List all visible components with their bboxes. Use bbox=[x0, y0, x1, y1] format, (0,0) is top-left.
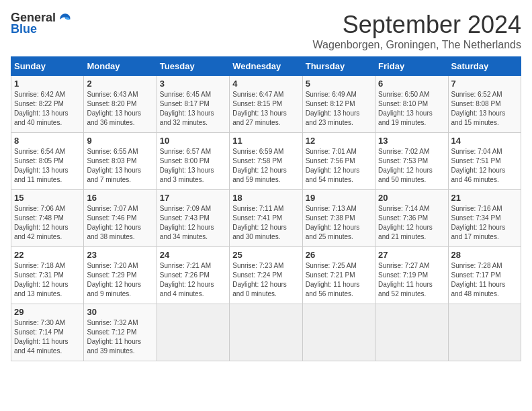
day-info: Sunrise: 7:11 AM Sunset: 7:41 PM Dayligh… bbox=[232, 204, 299, 242]
logo-blue-text: Blue bbox=[11, 22, 37, 36]
day-number: 30 bbox=[87, 307, 153, 317]
calendar-cell: 21Sunrise: 7:16 AM Sunset: 7:34 PM Dayli… bbox=[448, 190, 521, 247]
day-number: 17 bbox=[160, 193, 226, 203]
day-number: 13 bbox=[378, 136, 445, 146]
day-info: Sunrise: 6:55 AM Sunset: 8:03 PM Dayligh… bbox=[87, 147, 153, 185]
day-info: Sunrise: 7:01 AM Sunset: 7:56 PM Dayligh… bbox=[306, 147, 372, 185]
day-number: 1 bbox=[14, 79, 81, 89]
day-number: 11 bbox=[232, 136, 299, 146]
calendar-header-row: SundayMondayTuesdayWednesdayThursdayFrid… bbox=[11, 57, 521, 76]
calendar-header-thursday: Thursday bbox=[302, 57, 375, 76]
calendar-cell: 20Sunrise: 7:14 AM Sunset: 7:36 PM Dayli… bbox=[375, 190, 448, 247]
day-number: 25 bbox=[232, 250, 299, 260]
day-info: Sunrise: 6:57 AM Sunset: 8:00 PM Dayligh… bbox=[160, 147, 226, 185]
page-header: General Blue September 2024 Wagenborgen,… bbox=[11, 11, 521, 51]
day-number: 9 bbox=[87, 136, 153, 146]
day-info: Sunrise: 7:04 AM Sunset: 7:51 PM Dayligh… bbox=[451, 147, 518, 185]
calendar-cell bbox=[448, 304, 521, 361]
day-info: Sunrise: 7:21 AM Sunset: 7:26 PM Dayligh… bbox=[160, 261, 226, 299]
calendar-cell: 25Sunrise: 7:23 AM Sunset: 7:24 PM Dayli… bbox=[230, 247, 302, 304]
day-number: 21 bbox=[451, 193, 518, 203]
day-number: 23 bbox=[87, 250, 153, 260]
day-info: Sunrise: 7:32 AM Sunset: 7:12 PM Dayligh… bbox=[87, 318, 153, 356]
calendar-header-sunday: Sunday bbox=[11, 57, 84, 76]
calendar-week-row: 29Sunrise: 7:30 AM Sunset: 7:14 PM Dayli… bbox=[11, 304, 521, 361]
calendar-cell: 6Sunrise: 6:50 AM Sunset: 8:10 PM Daylig… bbox=[375, 76, 448, 133]
calendar-cell bbox=[157, 304, 229, 361]
day-info: Sunrise: 7:25 AM Sunset: 7:21 PM Dayligh… bbox=[306, 261, 372, 299]
day-info: Sunrise: 6:50 AM Sunset: 8:10 PM Dayligh… bbox=[378, 90, 445, 128]
day-number: 4 bbox=[232, 79, 299, 89]
day-info: Sunrise: 6:47 AM Sunset: 8:15 PM Dayligh… bbox=[232, 90, 299, 128]
location-subtitle: Wagenborgen, Groningen, The Netherlands bbox=[313, 39, 521, 51]
day-number: 26 bbox=[306, 250, 372, 260]
calendar-cell: 4Sunrise: 6:47 AM Sunset: 8:15 PM Daylig… bbox=[230, 76, 302, 133]
calendar-week-row: 1Sunrise: 6:42 AM Sunset: 8:22 PM Daylig… bbox=[11, 76, 521, 133]
day-number: 20 bbox=[378, 193, 445, 203]
calendar-table: SundayMondayTuesdayWednesdayThursdayFrid… bbox=[11, 56, 521, 361]
day-info: Sunrise: 7:28 AM Sunset: 7:17 PM Dayligh… bbox=[451, 261, 518, 299]
day-number: 18 bbox=[232, 193, 299, 203]
day-info: Sunrise: 7:13 AM Sunset: 7:38 PM Dayligh… bbox=[306, 204, 372, 242]
day-number: 22 bbox=[14, 250, 81, 260]
logo: General Blue bbox=[11, 11, 72, 36]
day-number: 29 bbox=[14, 307, 81, 317]
day-number: 28 bbox=[451, 250, 518, 260]
day-number: 19 bbox=[306, 193, 372, 203]
day-number: 27 bbox=[378, 250, 445, 260]
day-number: 15 bbox=[14, 193, 81, 203]
day-number: 24 bbox=[160, 250, 226, 260]
calendar-cell: 17Sunrise: 7:09 AM Sunset: 7:43 PM Dayli… bbox=[157, 190, 229, 247]
calendar-cell: 24Sunrise: 7:21 AM Sunset: 7:26 PM Dayli… bbox=[157, 247, 229, 304]
calendar-header-tuesday: Tuesday bbox=[157, 57, 229, 76]
calendar-cell bbox=[375, 304, 448, 361]
calendar-cell: 11Sunrise: 6:59 AM Sunset: 7:58 PM Dayli… bbox=[230, 133, 302, 190]
calendar-week-row: 8Sunrise: 6:54 AM Sunset: 8:05 PM Daylig… bbox=[11, 133, 521, 190]
calendar-cell: 16Sunrise: 7:07 AM Sunset: 7:46 PM Dayli… bbox=[84, 190, 157, 247]
calendar-cell bbox=[302, 304, 375, 361]
calendar-week-row: 15Sunrise: 7:06 AM Sunset: 7:48 PM Dayli… bbox=[11, 190, 521, 247]
calendar-cell: 8Sunrise: 6:54 AM Sunset: 8:05 PM Daylig… bbox=[11, 133, 84, 190]
calendar-cell bbox=[230, 304, 302, 361]
day-info: Sunrise: 7:23 AM Sunset: 7:24 PM Dayligh… bbox=[232, 261, 299, 299]
calendar-cell: 3Sunrise: 6:45 AM Sunset: 8:17 PM Daylig… bbox=[157, 76, 229, 133]
day-info: Sunrise: 7:27 AM Sunset: 7:19 PM Dayligh… bbox=[378, 261, 445, 299]
day-info: Sunrise: 6:59 AM Sunset: 7:58 PM Dayligh… bbox=[232, 147, 299, 185]
day-number: 6 bbox=[378, 79, 445, 89]
calendar-cell: 10Sunrise: 6:57 AM Sunset: 8:00 PM Dayli… bbox=[157, 133, 229, 190]
day-info: Sunrise: 6:43 AM Sunset: 8:20 PM Dayligh… bbox=[87, 90, 153, 128]
day-info: Sunrise: 6:45 AM Sunset: 8:17 PM Dayligh… bbox=[160, 90, 226, 128]
day-info: Sunrise: 6:49 AM Sunset: 8:12 PM Dayligh… bbox=[306, 90, 372, 128]
day-info: Sunrise: 7:16 AM Sunset: 7:34 PM Dayligh… bbox=[451, 204, 518, 242]
day-info: Sunrise: 7:14 AM Sunset: 7:36 PM Dayligh… bbox=[378, 204, 445, 242]
calendar-cell: 18Sunrise: 7:11 AM Sunset: 7:41 PM Dayli… bbox=[230, 190, 302, 247]
calendar-cell: 22Sunrise: 7:18 AM Sunset: 7:31 PM Dayli… bbox=[11, 247, 84, 304]
day-number: 8 bbox=[14, 136, 81, 146]
calendar-cell: 26Sunrise: 7:25 AM Sunset: 7:21 PM Dayli… bbox=[302, 247, 375, 304]
day-number: 12 bbox=[306, 136, 372, 146]
calendar-cell: 29Sunrise: 7:30 AM Sunset: 7:14 PM Dayli… bbox=[11, 304, 84, 361]
logo-bird-icon bbox=[58, 11, 72, 25]
calendar-cell: 12Sunrise: 7:01 AM Sunset: 7:56 PM Dayli… bbox=[302, 133, 375, 190]
calendar-cell: 15Sunrise: 7:06 AM Sunset: 7:48 PM Dayli… bbox=[11, 190, 84, 247]
day-info: Sunrise: 7:02 AM Sunset: 7:53 PM Dayligh… bbox=[378, 147, 445, 185]
calendar-cell: 23Sunrise: 7:20 AM Sunset: 7:29 PM Dayli… bbox=[84, 247, 157, 304]
calendar-cell: 9Sunrise: 6:55 AM Sunset: 8:03 PM Daylig… bbox=[84, 133, 157, 190]
calendar-cell: 19Sunrise: 7:13 AM Sunset: 7:38 PM Dayli… bbox=[302, 190, 375, 247]
calendar-header-saturday: Saturday bbox=[448, 57, 521, 76]
day-number: 2 bbox=[87, 79, 153, 89]
calendar-header-friday: Friday bbox=[375, 57, 448, 76]
calendar-header-monday: Monday bbox=[84, 57, 157, 76]
day-number: 16 bbox=[87, 193, 153, 203]
day-info: Sunrise: 7:18 AM Sunset: 7:31 PM Dayligh… bbox=[14, 261, 81, 299]
calendar-cell: 28Sunrise: 7:28 AM Sunset: 7:17 PM Dayli… bbox=[448, 247, 521, 304]
calendar-cell: 7Sunrise: 6:52 AM Sunset: 8:08 PM Daylig… bbox=[448, 76, 521, 133]
day-info: Sunrise: 7:06 AM Sunset: 7:48 PM Dayligh… bbox=[14, 204, 81, 242]
calendar-cell: 1Sunrise: 6:42 AM Sunset: 8:22 PM Daylig… bbox=[11, 76, 84, 133]
day-number: 7 bbox=[451, 79, 518, 89]
calendar-cell: 30Sunrise: 7:32 AM Sunset: 7:12 PM Dayli… bbox=[84, 304, 157, 361]
calendar-cell: 14Sunrise: 7:04 AM Sunset: 7:51 PM Dayli… bbox=[448, 133, 521, 190]
day-number: 14 bbox=[451, 136, 518, 146]
calendar-cell: 5Sunrise: 6:49 AM Sunset: 8:12 PM Daylig… bbox=[302, 76, 375, 133]
day-info: Sunrise: 7:07 AM Sunset: 7:46 PM Dayligh… bbox=[87, 204, 153, 242]
